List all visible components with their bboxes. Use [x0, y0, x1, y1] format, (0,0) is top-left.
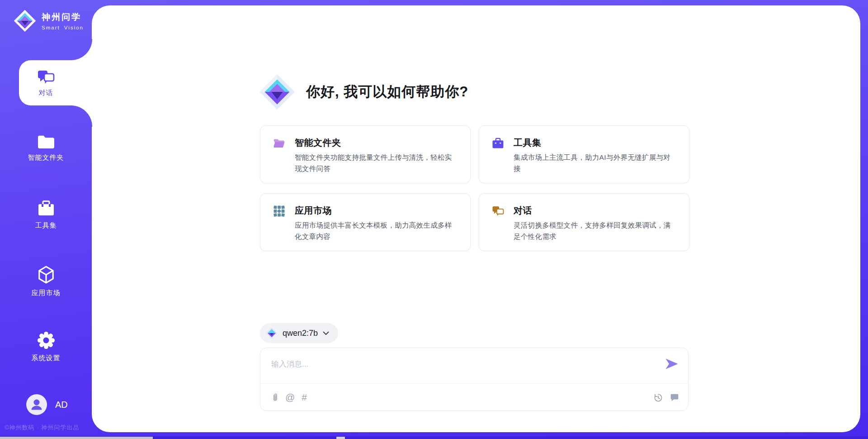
message-composer: @ #: [260, 348, 689, 411]
mention-button[interactable]: @: [285, 392, 295, 403]
conversation-icon: [670, 393, 679, 402]
topic-button[interactable]: #: [302, 392, 307, 403]
sidebar-item-toolbox[interactable]: 工具集: [0, 200, 92, 230]
card-title: 应用市场: [295, 205, 458, 217]
folder-icon: [37, 134, 55, 149]
chat-icon: [37, 68, 56, 86]
sidebar-item-settings[interactable]: 系统设置: [0, 331, 92, 363]
sidebar-item-app-market[interactable]: 应用市场: [0, 265, 92, 297]
sidebar-footer: ©神州数码 · 神州问学出品: [5, 424, 79, 432]
sidebar-item-label: 系统设置: [32, 354, 61, 363]
tab-fillet-bottom: [71, 105, 92, 127]
brand-name: 神州问学: [42, 11, 84, 23]
message-input[interactable]: [271, 355, 646, 374]
gear-icon: [37, 331, 56, 350]
briefcase-icon: [492, 137, 504, 149]
sidebar-item-label: 工具集: [35, 221, 57, 230]
card-description: 智能文件夹功能支持批量文件上传与清洗，轻松实现文件问答: [295, 152, 458, 174]
greeting-title: 你好, 我可以如何帮助你?: [306, 82, 468, 101]
brand-logo-icon: [14, 10, 36, 32]
user-account[interactable]: AD: [26, 394, 68, 415]
toolbox-icon: [37, 200, 55, 217]
card-title: 对话: [514, 205, 676, 217]
model-selector[interactable]: qwen2:7b: [260, 323, 338, 343]
feature-card-app-market[interactable]: 应用市场 应用市场提供丰富长文本模板，助力高效生成多样化文章内容: [260, 193, 471, 251]
feature-card-toolbox[interactable]: 工具集 集成市场上主流工具，助力AI与外界无缝扩展与对接: [479, 125, 689, 183]
conversation-button[interactable]: [670, 393, 679, 402]
card-title: 工具集: [514, 137, 676, 149]
sidebar-item-label: 智能文件夹: [28, 153, 64, 162]
send-icon: [665, 358, 679, 370]
feature-card-smart-folder[interactable]: 智能文件夹 智能文件夹功能支持批量文件上传与清洗，轻松实现文件问答: [260, 125, 471, 183]
sidebar-item-label: 对话: [39, 89, 53, 97]
history-button[interactable]: [653, 393, 663, 402]
model-name: qwen2:7b: [283, 329, 318, 338]
screen-edge-segment: [0, 437, 153, 439]
send-button[interactable]: [665, 358, 679, 371]
chevron-down-icon: [323, 331, 329, 335]
card-description: 灵活切换多模型文件，支持多样回复效果调试，满足个性化需求: [514, 220, 676, 242]
sidebar-item-chat[interactable]: 对话: [19, 60, 94, 105]
chat-bubbles-icon: [492, 205, 504, 217]
folder-open-icon: [273, 137, 285, 149]
card-description: 集成市场上主流工具，助力AI与外界无缝扩展与对接: [514, 152, 676, 174]
at-icon: @: [285, 392, 295, 403]
attachment-button[interactable]: [271, 392, 278, 402]
hero: 你好, 我可以如何帮助你?: [259, 74, 468, 110]
composer-toolbar: @ #: [271, 384, 679, 411]
attachment-icon: [271, 392, 278, 402]
feature-cards: 智能文件夹 智能文件夹功能支持批量文件上传与清洗，轻松实现文件问答 工具集 集成…: [260, 125, 689, 251]
card-description: 应用市场提供丰富长文本模板，助力高效生成多样化文章内容: [295, 220, 458, 242]
brand-subtitle: Smart Vision: [42, 25, 84, 30]
model-logo-icon: [266, 327, 278, 339]
brand: 神州问学 Smart Vision: [14, 10, 84, 32]
assistant-logo-icon: [259, 74, 295, 110]
avatar: [26, 394, 47, 415]
hash-icon: #: [302, 392, 307, 403]
grid-icon: [273, 205, 285, 217]
composer-right-tools: [653, 393, 679, 402]
screen-edge-segment: [336, 437, 345, 439]
cube-icon: [37, 265, 56, 285]
tab-fillet-top: [71, 39, 92, 60]
sidebar-item-label: 应用市场: [32, 289, 61, 297]
history-icon: [653, 393, 663, 402]
card-title: 智能文件夹: [295, 137, 458, 149]
feature-card-chat[interactable]: 对话 灵活切换多模型文件，支持多样回复效果调试，满足个性化需求: [479, 193, 689, 251]
user-name: AD: [55, 400, 68, 410]
sidebar-item-smart-folder[interactable]: 智能文件夹: [0, 134, 92, 162]
